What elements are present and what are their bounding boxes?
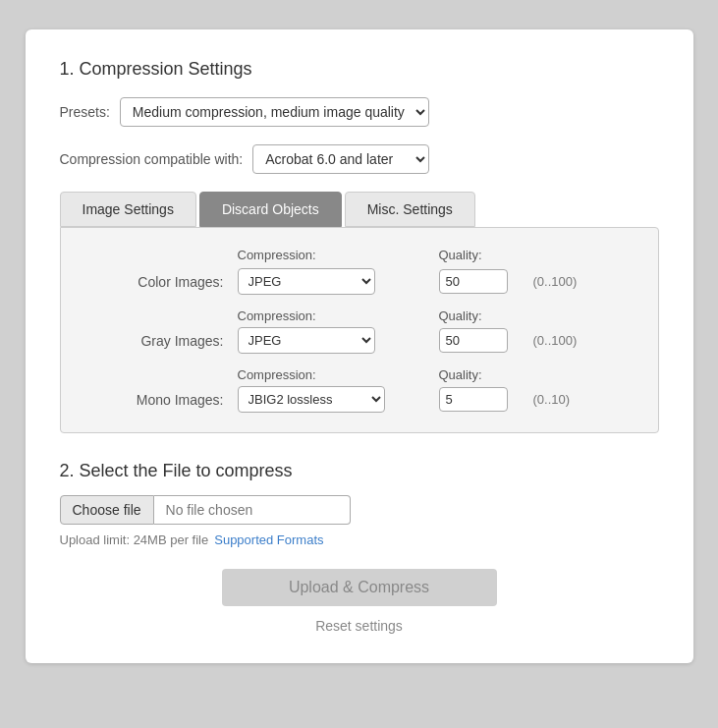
upload-limit-text: Upload limit: 24MB per file — [60, 532, 209, 547]
presets-select[interactable]: Medium compression, medium image quality — [120, 97, 429, 127]
quality-col-header3: Quality: — [439, 367, 527, 382]
gray-images-compression-select[interactable]: JPEG JPEG2000 ZIP None — [238, 327, 375, 354]
section2-title: 2. Select the File to compress — [60, 461, 659, 481]
color-images-quality-input[interactable] — [439, 269, 508, 294]
compression-col-header3: Compression: — [238, 367, 410, 382]
tab-image-settings[interactable]: Image Settings — [60, 192, 196, 227]
file-chooser-row: Choose file No file chosen — [60, 495, 659, 525]
compat-select[interactable]: Acrobat 6.0 and later — [252, 144, 429, 174]
gray-images-quality-hint: (0..100) — [527, 333, 596, 348]
file-name-display: No file chosen — [154, 495, 351, 525]
main-card: 1. Compression Settings Presets: Medium … — [26, 29, 693, 663]
upload-compress-button[interactable]: Upload & Compress — [222, 569, 497, 606]
presets-label: Presets: — [60, 104, 110, 120]
color-images-compression-select[interactable]: JPEG JPEG2000 ZIP None — [238, 268, 375, 295]
mono-images-quality-input[interactable] — [439, 387, 508, 412]
mono-images-compression-select[interactable]: JBIG2 lossless JBIG2 lossy CCITT ZIP Non… — [238, 386, 385, 413]
tab-panel: Compression: Quality: Color Images: JPEG… — [60, 227, 659, 433]
choose-file-button[interactable]: Choose file — [60, 495, 154, 525]
gray-images-quality-input[interactable] — [439, 328, 508, 353]
quality-col-header: Quality: — [439, 248, 527, 262]
tab-discard-objects[interactable]: Discard Objects — [199, 192, 342, 227]
mono-images-quality-hint: (0..10) — [527, 392, 596, 407]
quality-col-header2: Quality: — [439, 308, 527, 323]
presets-row: Presets: Medium compression, medium imag… — [60, 97, 659, 127]
compat-label: Compression compatible with: — [60, 151, 244, 167]
color-images-quality-hint: (0..100) — [527, 274, 596, 289]
mono-images-label: Mono Images: — [90, 392, 238, 408]
compat-row: Compression compatible with: Acrobat 6.0… — [60, 144, 659, 174]
reset-settings-link[interactable]: Reset settings — [60, 618, 659, 634]
tabs-container: Image Settings Discard Objects Misc. Set… — [60, 192, 659, 227]
tab-misc-settings[interactable]: Misc. Settings — [345, 192, 475, 227]
gray-images-label: Gray Images: — [90, 333, 238, 349]
compression-col-header2: Compression: — [238, 308, 410, 323]
supported-formats-link[interactable]: Supported Formats — [214, 532, 323, 547]
compression-col-header: Compression: — [238, 248, 410, 262]
color-images-label: Color Images: — [90, 274, 238, 290]
section1-title: 1. Compression Settings — [60, 59, 659, 80]
image-settings-panel: Compression: Quality: Color Images: JPEG… — [81, 248, 638, 413]
upload-limit-row: Upload limit: 24MB per file Supported Fo… — [60, 532, 659, 547]
